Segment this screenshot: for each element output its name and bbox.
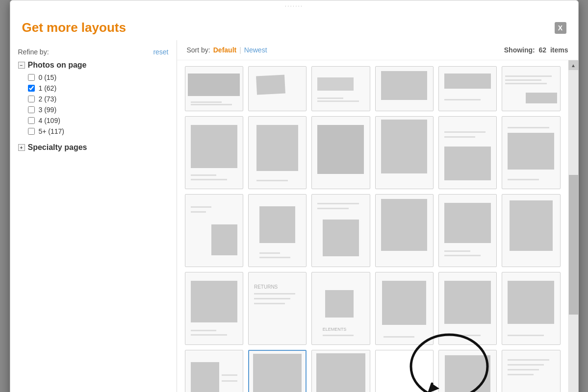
filter-label-3: 3 (99) [39, 106, 57, 114]
filter-item-5plus[interactable]: 5+ (117) [28, 127, 169, 135]
modal-title: Get more layouts [22, 20, 126, 35]
layout-thumb[interactable] [311, 350, 370, 392]
sort-default-option[interactable]: Default [213, 46, 236, 54]
filter-item-2[interactable]: 2 (73) [28, 95, 169, 103]
layout-thumb[interactable] [185, 194, 243, 267]
filter-label-1: 1 (62) [39, 84, 57, 92]
layout-thumb[interactable] [185, 66, 243, 111]
layout-thumb[interactable] [502, 116, 560, 189]
filter-item-4[interactable]: 4 (109) [28, 117, 169, 124]
filter-checkbox-4[interactable] [28, 117, 35, 124]
filter-checkbox-3[interactable] [28, 106, 35, 113]
filter-item-1[interactable]: 1 (62) [28, 84, 169, 92]
modal-header: Get more layouts X [10, 11, 578, 40]
sidebar: Refine by: reset − Photos on page 0 (15)… [10, 40, 177, 392]
get-more-layouts-modal: ······· Get more layouts X Refine by: re… [10, 0, 579, 392]
layout-thumb[interactable] [375, 116, 434, 189]
layout-thumb[interactable]: RETURNS [248, 272, 307, 345]
layout-thumb[interactable] [438, 272, 497, 345]
sort-divider: | [239, 46, 241, 54]
layout-thumb-selected[interactable] [248, 350, 307, 392]
filter-checkbox-5plus[interactable] [28, 128, 35, 135]
scroll-up-arrow[interactable]: ▲ [568, 60, 578, 70]
item-count: 62 [539, 46, 547, 54]
filter-label-2: 2 (73) [39, 95, 57, 103]
sort-bar: Sort by: Default | Newest Showing: 62 it… [177, 40, 578, 60]
modal-body: Refine by: reset − Photos on page 0 (15)… [10, 40, 578, 392]
filter-label-4: 4 (109) [39, 117, 60, 124]
layout-thumb[interactable] [502, 194, 560, 267]
scroll-thumb[interactable] [569, 175, 578, 315]
filter-checkbox-0[interactable] [28, 74, 35, 81]
layout-thumb[interactable] [311, 66, 370, 111]
specialty-section-header[interactable]: + Specialty pages [18, 143, 169, 152]
specialty-section-title: Specialty pages [28, 143, 87, 152]
layout-thumb[interactable] [438, 194, 497, 267]
filter-item-0[interactable]: 0 (15) [28, 74, 169, 81]
layout-thumb[interactable] [438, 350, 497, 392]
layout-grid: RETURNS ELEMENTS [177, 60, 568, 392]
scrollbar: ▲ ▼ [568, 60, 578, 392]
layout-thumb[interactable]: ELEMENTS [311, 272, 370, 345]
filter-checkbox-1[interactable] [28, 85, 35, 92]
showing-label: Showing: [504, 46, 535, 54]
layout-thumb[interactable] [438, 66, 497, 111]
layout-thumb[interactable] [311, 116, 370, 189]
layout-thumb[interactable] [248, 116, 307, 189]
filter-checkbox-2[interactable] [28, 96, 35, 102]
layout-thumb[interactable] [502, 272, 560, 345]
layout-thumb[interactable] [438, 116, 497, 189]
layout-thumb[interactable] [248, 194, 307, 267]
specialty-toggle[interactable]: + [18, 144, 25, 151]
close-button[interactable]: X [555, 22, 566, 34]
showing-info: Showing: 62 items [504, 46, 568, 54]
layout-thumb[interactable] [502, 66, 560, 111]
refine-header: Refine by: reset [18, 48, 169, 56]
grid-wrapper: RETURNS ELEMENTS [177, 60, 578, 392]
filter-item-3[interactable]: 3 (99) [28, 106, 169, 114]
drag-handle[interactable]: ······· [10, 0, 578, 11]
layout-thumb[interactable] [248, 66, 307, 111]
main-content: Sort by: Default | Newest Showing: 62 it… [177, 40, 578, 392]
layout-thumb[interactable] [185, 350, 243, 392]
layout-thumb[interactable] [311, 194, 370, 267]
items-label: items [550, 46, 568, 54]
scroll-track[interactable] [569, 70, 578, 392]
layout-thumb[interactable] [375, 272, 434, 345]
layout-thumb[interactable] [375, 350, 434, 392]
photos-filter-items: 0 (15) 1 (62) 2 (73) 3 (99) 4 (109) [28, 74, 169, 135]
layout-thumb[interactable] [375, 66, 434, 111]
layout-thumb[interactable] [185, 272, 243, 345]
photos-toggle[interactable]: − [18, 62, 25, 69]
photos-section-title: Photos on page [28, 61, 87, 70]
layout-thumb[interactable] [502, 350, 560, 392]
photos-on-page-section-header[interactable]: − Photos on page [18, 61, 169, 70]
sort-newest-option[interactable]: Newest [244, 46, 267, 54]
reset-link[interactable]: reset [153, 48, 168, 56]
filter-label-5plus: 5+ (117) [39, 127, 65, 135]
layout-thumb[interactable] [185, 116, 243, 189]
refine-label: Refine by: [18, 48, 49, 56]
sort-by-label: Sort by: [187, 46, 210, 54]
sort-left: Sort by: Default | Newest [187, 46, 267, 54]
filter-label-0: 0 (15) [39, 74, 57, 81]
layout-thumb[interactable] [375, 194, 434, 267]
